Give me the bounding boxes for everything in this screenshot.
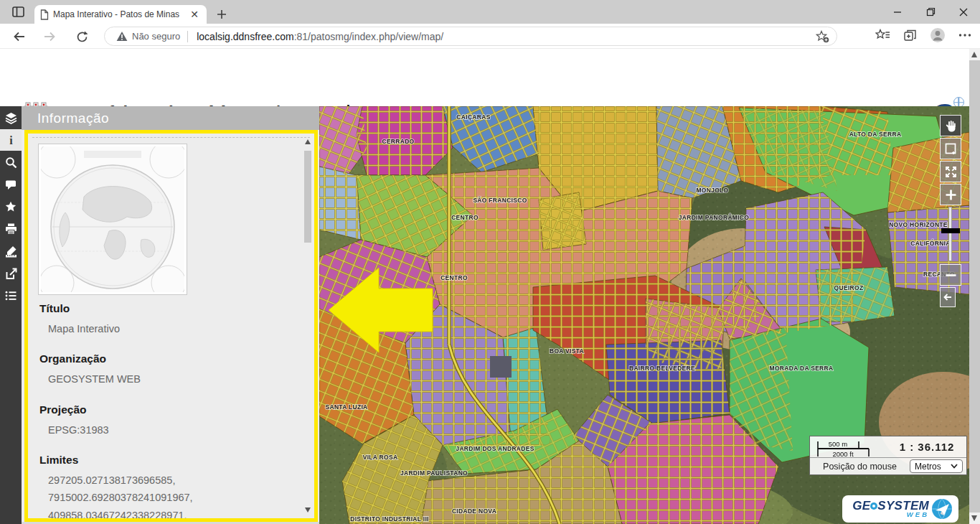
new-tab-button[interactable] (212, 5, 231, 24)
zoom-slider-handle[interactable] (941, 228, 960, 233)
profile-avatar-icon[interactable] (930, 27, 946, 43)
unit-selected: Metros (915, 462, 941, 472)
field-projecao: Projeção EPSG:31983 (39, 403, 303, 439)
field-label: Projeção (39, 403, 303, 416)
previous-extent-button[interactable] (940, 287, 956, 307)
tab-actions-icon[interactable] (10, 4, 27, 20)
globe-plane-icon (931, 498, 953, 520)
scale-ratio: 1 : 36.112 (887, 441, 966, 453)
map-label: BOA VISTA (550, 347, 584, 355)
sidebar-item-comment[interactable] (0, 174, 22, 195)
restore-button[interactable] (914, 0, 947, 24)
zoom-slider-track[interactable] (948, 207, 952, 261)
map-label: SANTA LUZIA (325, 403, 367, 411)
scrollbar-thumb[interactable] (304, 151, 311, 243)
minimize-button[interactable] (881, 0, 914, 24)
page-scrollbar-thumb[interactable] (969, 60, 980, 513)
favorites-icon[interactable] (875, 29, 890, 42)
omnibox-divider (187, 31, 188, 42)
url-text[interactable]: localsig.ddnsfree.com:81/patosmg/index.p… (197, 31, 816, 42)
scroll-down-icon[interactable] (971, 515, 977, 521)
tab-title: Mapa Interativo - Patos de Minas (53, 9, 184, 19)
back-button[interactable] (11, 29, 27, 45)
scale-panel: 500 m 2000 ft 1 : 36.112 Posição do mous… (809, 436, 967, 475)
mouse-position-row: Posição do mouse Metros (810, 458, 966, 474)
settings-menu-icon[interactable] (958, 33, 971, 37)
browser-tab-strip: Mapa Interativo - Patos de Minas ✕ (0, 0, 980, 24)
svg-text:500 m: 500 m (829, 439, 847, 447)
map-label: JARDIM PANORÂMICO (679, 213, 750, 221)
information-panel: Informação (22, 106, 319, 524)
map-label: CERRADO (382, 138, 414, 145)
field-value-line: 409858.03467242338228971, 7971549.221976… (39, 507, 303, 522)
sidebar-item-share[interactable] (0, 263, 22, 284)
scale-row: 500 m 2000 ft 1 : 36.112 (810, 436, 966, 458)
panel-scrollbar[interactable] (303, 138, 313, 514)
scroll-down-icon[interactable] (305, 507, 311, 513)
pan-tool-button[interactable] (940, 115, 961, 136)
close-window-button[interactable] (947, 0, 980, 24)
refresh-button[interactable] (74, 29, 90, 45)
toolbar-right-icons (875, 27, 971, 43)
field-value: Mapa Interativo (39, 320, 303, 337)
map-label: BAIRRO BELVEDERE (629, 365, 695, 372)
zoom-slider[interactable] (940, 207, 961, 261)
collections-icon[interactable] (903, 29, 917, 42)
sidebar-item-list[interactable] (0, 285, 22, 307)
chevron-down-icon (951, 464, 958, 469)
zoom-extent-button[interactable] (940, 161, 961, 182)
map-label: NOVO HORIZONTE (889, 221, 948, 228)
map-label: DISTRITO INDUSTRIAL III (350, 515, 429, 523)
zoom-in-button[interactable] (940, 184, 961, 205)
project-thumbnail-image (38, 144, 187, 295)
sidebar-item-measure[interactable] (0, 240, 22, 262)
sidebar-item-print[interactable] (0, 218, 22, 240)
svg-text:2000 ft: 2000 ft (832, 449, 853, 457)
panel-title: Informação (22, 106, 319, 130)
zoom-out-button[interactable] (940, 264, 961, 286)
map-label: MONJOLO (696, 187, 728, 194)
map-label: QUEIROZ (834, 284, 864, 291)
field-limites: Limites 297205.027138173696585, 7915002.… (39, 454, 303, 522)
location-pin-icon (870, 502, 877, 510)
map-label: MORADA DA SERRA (770, 365, 834, 372)
not-secure-icon (116, 31, 128, 42)
geosystem-web-attribution[interactable]: GESYSTEM WEB (842, 495, 958, 523)
address-bar[interactable]: Não seguro localsig.ddnsfree.com:81/pato… (104, 27, 837, 46)
field-organizacao: Organização GEOSYSTEM WEB (39, 352, 303, 388)
add-favorite-icon[interactable] (816, 30, 829, 43)
tool-sidebar: i (0, 106, 22, 524)
browser-page-scrollbar[interactable] (969, 49, 980, 524)
zoom-box-button[interactable] (940, 138, 961, 159)
map-label: VILA ROSA (363, 454, 398, 461)
security-warning-label[interactable]: Não seguro (132, 31, 180, 42)
map-label: JARDIM DOS ANDRADES (456, 445, 534, 452)
map-label: CENTRO (451, 214, 479, 221)
field-titulo: Título Mapa Interativo (39, 302, 303, 337)
field-value: GEOSYSTEM WEB (39, 370, 303, 388)
field-value: EPSG:31983 (39, 421, 303, 439)
map-label: CAIÇARAS (456, 113, 490, 121)
svg-text:i: i (9, 134, 13, 146)
forward-button[interactable] (42, 29, 57, 45)
browser-tab[interactable]: Mapa Interativo - Patos de Minas ✕ (34, 5, 207, 24)
sidebar-item-star[interactable] (0, 196, 22, 217)
map-label: ALTO DA SERRA (849, 131, 902, 138)
tab-close-icon[interactable]: ✕ (188, 9, 201, 19)
sidebar-item-search[interactable] (0, 151, 22, 173)
sidebar-item-info[interactable]: i (0, 129, 22, 151)
map-viewport[interactable]: CERRADOCAIÇARASSÃO FRANCISCOCENTROCENTRO… (319, 106, 969, 524)
browser-toolbar: Não seguro localsig.ddnsfree.com:81/pato… (0, 24, 980, 49)
field-label: Limites (39, 454, 303, 467)
page-icon (40, 9, 49, 20)
map-label: CIDADE NOVA (452, 507, 496, 515)
scroll-up-icon[interactable] (971, 52, 977, 57)
sidebar-item-layers[interactable] (0, 107, 22, 128)
scroll-up-icon[interactable] (305, 139, 311, 144)
map-controls (940, 115, 961, 309)
window-controls (881, 0, 980, 24)
field-label: Organização (39, 352, 303, 365)
unit-dropdown[interactable]: Metros (910, 459, 963, 473)
field-label: Título (39, 302, 303, 315)
mouse-position-label: Posição do mouse (810, 462, 910, 472)
